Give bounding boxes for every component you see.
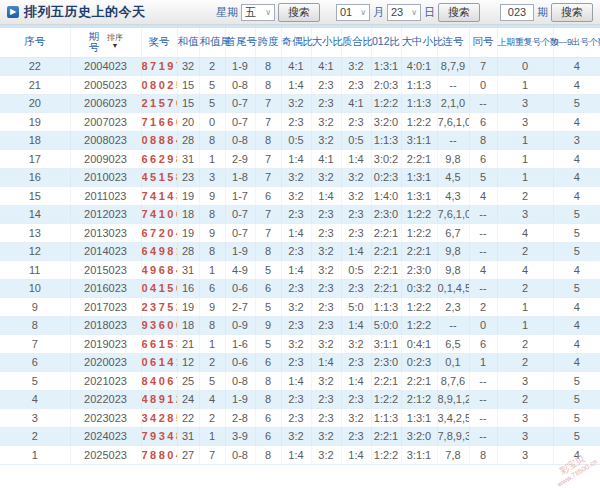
cell-sum-tail: 2 — [199, 409, 225, 428]
cell-digit-count: 4 — [553, 316, 600, 335]
issue-search-button[interactable]: 搜索 — [551, 3, 593, 22]
cell-issue: 2004023 — [70, 57, 141, 76]
month-select[interactable]: 01 ∨ — [336, 4, 370, 21]
cell-sum-tail: 5 — [199, 372, 225, 391]
cell-consecutive: 4,3 — [437, 187, 469, 206]
cell-sum-tail: 1 — [199, 427, 225, 446]
cell-sum: 24 — [177, 390, 199, 409]
cell-span: 7 — [255, 150, 281, 169]
issue-input[interactable] — [500, 4, 534, 21]
cell-zot-ratio: 1:2:2 — [371, 446, 401, 465]
sort-control[interactable]: 排序 ▼ — [107, 34, 123, 50]
cell-prev-repeat: 3 — [497, 94, 553, 113]
cell-first-last: 0-6 — [225, 279, 255, 298]
col-first-last: 首尾号 — [225, 28, 255, 57]
weekday-select[interactable]: 五 ∨ — [241, 4, 275, 21]
cell-issue: 2024023 — [70, 427, 141, 446]
cell-odd-even: 2:3 — [281, 390, 311, 409]
cell-issue: 2018023 — [70, 316, 141, 335]
cell-same: 5 — [469, 168, 497, 187]
cell-prime-composite: 2:3 — [341, 353, 371, 372]
date-search-button[interactable]: 搜索 — [438, 3, 480, 22]
cell-prize: 23752 — [141, 298, 177, 317]
cell-big-mid-small: 1:3:1 — [401, 187, 437, 206]
cell-span: 8 — [255, 242, 281, 261]
cell-digit-count: 4 — [553, 298, 600, 317]
cell-digit-count: 5 — [553, 409, 600, 428]
cell-issue: 2007023 — [70, 113, 141, 132]
cell-index: 21 — [0, 76, 70, 95]
day-select[interactable]: 23 ∨ — [387, 4, 421, 21]
cell-prev-repeat: 3 — [497, 409, 553, 428]
weekday-search-button[interactable]: 搜索 — [278, 3, 320, 22]
cell-issue: 2016023 — [70, 279, 141, 298]
cell-first-last: 0-7 — [225, 94, 255, 113]
cell-digit-count: 4 — [553, 113, 600, 132]
cell-sum-tail: 0 — [199, 113, 225, 132]
cell-sum-tail: 9 — [199, 187, 225, 206]
cell-sum: 28 — [177, 242, 199, 261]
cell-big-small: 2:3 — [311, 298, 341, 317]
table-row: 82018023936001880-992:32:31:45:0:01:2:2-… — [0, 316, 600, 335]
cell-zot-ratio: 0:2:3 — [371, 168, 401, 187]
day-select-value: 23 — [391, 6, 403, 18]
cell-zot-ratio: 1:1:3 — [371, 298, 401, 317]
cell-sum: 32 — [177, 57, 199, 76]
cell-issue: 2005023 — [70, 76, 141, 95]
cell-digit-count: 4 — [553, 150, 600, 169]
table-body: 222004023871973221-984:14:13:21:3:14:0:1… — [0, 57, 600, 464]
cell-prime-composite: 3:2 — [341, 409, 371, 428]
cell-prime-composite: 3:2 — [341, 168, 371, 187]
cell-prize: 64981 — [141, 242, 177, 261]
cell-big-mid-small: 2:1:2 — [401, 390, 437, 409]
cell-first-last: 0-7 — [225, 224, 255, 243]
cell-span: 8 — [255, 57, 281, 76]
cell-digit-count: 5 — [553, 372, 600, 391]
col-issue-label: 期号 — [88, 31, 100, 53]
cell-first-last: 1-9 — [225, 57, 255, 76]
cell-zot-ratio: 1:2:2 — [371, 390, 401, 409]
cell-zot-ratio: 1:2:2 — [371, 94, 401, 113]
cell-prev-repeat: 1 — [497, 131, 553, 150]
cell-big-small: 2:3 — [311, 94, 341, 113]
history-table: 序号 期号 排序 ▼ 奖号 和值 和值尾 首尾号 跨度 奇偶比 大小比 质合比 … — [0, 28, 600, 465]
cell-sum: 15 — [177, 76, 199, 95]
cell-index: 4 — [0, 390, 70, 409]
table-row: 142012023741061880-772:32:32:32:3:01:2:2… — [0, 205, 600, 224]
cell-sum-tail: 6 — [199, 279, 225, 298]
cell-prime-composite: 4:1 — [341, 94, 371, 113]
cell-prize: 87197 — [141, 57, 177, 76]
col-issue: 期号 排序 ▼ — [70, 28, 141, 57]
cell-sum: 23 — [177, 168, 199, 187]
cell-big-mid-small: 2:3:0 — [401, 261, 437, 280]
cell-same: -- — [469, 242, 497, 261]
cell-big-mid-small: 2:2:1 — [401, 372, 437, 391]
cell-index: 8 — [0, 316, 70, 335]
cell-zot-ratio: 2:2:1 — [371, 224, 401, 243]
cell-prev-repeat: 3 — [497, 113, 553, 132]
table-row: 102016023041561660-662:32:32:32:2:10:3:2… — [0, 279, 600, 298]
cell-span: 8 — [255, 76, 281, 95]
cell-odd-even: 3:2 — [281, 168, 311, 187]
cell-big-mid-small: 1:2:2 — [401, 224, 437, 243]
col-prime-composite: 质合比 — [341, 28, 371, 57]
cell-prize: 08025 — [141, 76, 177, 95]
cell-same: -- — [469, 372, 497, 391]
cell-sum-tail: 3 — [199, 168, 225, 187]
cell-zot-ratio: 5:0:0 — [371, 316, 401, 335]
cell-zot-ratio: 3:0:2 — [371, 150, 401, 169]
cell-prev-repeat: 1 — [497, 168, 553, 187]
cell-first-last: 0-9 — [225, 316, 255, 335]
cell-zot-ratio: 2:2:1 — [371, 279, 401, 298]
cell-first-last: 0-8 — [225, 372, 255, 391]
cell-prize: 21570 — [141, 94, 177, 113]
col-big-mid-small: 大中小比 — [401, 28, 437, 57]
cell-issue: 2008023 — [70, 131, 141, 150]
cell-same: -- — [469, 94, 497, 113]
cell-first-last: 0-7 — [225, 205, 255, 224]
cell-sum: 22 — [177, 409, 199, 428]
cell-odd-even: 1:4 — [281, 372, 311, 391]
cell-prize: 93600 — [141, 316, 177, 335]
cell-zot-ratio: 2:2:1 — [371, 261, 401, 280]
table-row: 182008023088842880-880:53:20:51:1:33:1:1… — [0, 131, 600, 150]
